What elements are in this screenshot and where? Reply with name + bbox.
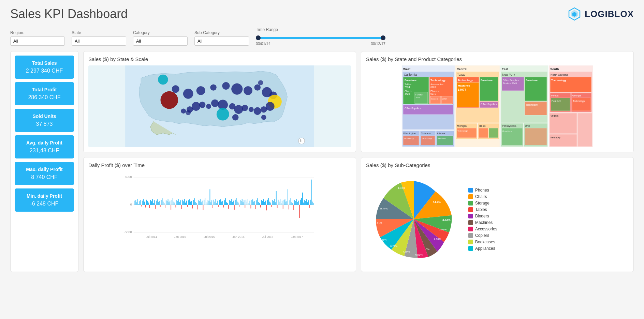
svg-point-17 <box>261 106 267 112</box>
svg-rect-216 <box>209 189 210 205</box>
time-range-slider[interactable] <box>256 37 385 39</box>
svg-rect-162 <box>157 199 158 205</box>
svg-text:Technology: Technology <box>458 79 473 82</box>
svg-text:Jan 2015: Jan 2015 <box>174 235 186 239</box>
svg-rect-207 <box>201 202 202 205</box>
svg-rect-200 <box>194 198 195 205</box>
state-input[interactable] <box>72 36 126 46</box>
kpi-card-4: Max. daily Profit 8 740 CHF <box>15 162 74 185</box>
logo-text: LOGIBLOX <box>585 9 634 19</box>
svg-rect-296 <box>288 189 288 205</box>
svg-rect-142 <box>137 199 138 205</box>
page-title: Sales KPI Dashboard <box>10 7 128 21</box>
pie-panel: Sales ($) by Sub-Categories <box>361 157 634 272</box>
map-container[interactable]: ℹ <box>88 65 351 147</box>
svg-rect-304 <box>295 201 296 205</box>
pie-legend: Phones Chairs Storage Tables Binders Mac… <box>468 188 497 251</box>
svg-text:8.85%: 8.85% <box>379 238 387 241</box>
svg-rect-164 <box>159 201 160 205</box>
subcategory-input[interactable] <box>194 36 249 46</box>
svg-rect-313 <box>304 200 305 205</box>
svg-text:Jul 2015: Jul 2015 <box>204 235 215 239</box>
region-label: Region: <box>10 30 65 35</box>
region-input[interactable] <box>10 36 65 46</box>
svg-text:Office Supplies: Office Supplies <box>481 103 497 106</box>
svg-rect-286 <box>278 200 278 205</box>
subcategory-filter-group: Sub-Category <box>194 30 249 46</box>
svg-point-12 <box>254 84 261 90</box>
svg-rect-231 <box>224 200 225 205</box>
profit-title: Daily Profit ($) over Time <box>88 162 351 168</box>
svg-rect-244 <box>237 202 237 205</box>
svg-rect-198 <box>192 205 193 208</box>
treemap-container[interactable]: West California Furniture Tables 7834 Ch… <box>366 65 629 147</box>
svg-rect-157 <box>152 199 153 205</box>
legend-item-8: Bookcases <box>468 240 497 244</box>
svg-rect-255 <box>248 199 248 205</box>
kpi-panel: Total Sales 2 297 340 CHFTotal Profit 28… <box>10 51 78 272</box>
svg-rect-219 <box>213 205 213 208</box>
svg-text:5%: 5% <box>426 248 429 251</box>
svg-rect-314 <box>305 201 306 205</box>
svg-rect-295 <box>287 201 287 205</box>
legend-color-0 <box>468 188 473 193</box>
svg-text:9.01%: 9.01% <box>375 222 382 225</box>
svg-rect-272 <box>264 202 265 205</box>
category-input[interactable] <box>133 36 188 46</box>
svg-text:Accessories: Accessories <box>430 83 443 86</box>
svg-text:Texas: Texas <box>457 73 465 76</box>
svg-text:West: West <box>403 67 410 71</box>
svg-rect-276 <box>268 198 269 205</box>
legend-item-7: Copiers <box>468 233 497 238</box>
kpi-title-3: Avg. daily Profit <box>18 140 71 146</box>
svg-rect-238 <box>231 199 232 205</box>
svg-rect-245 <box>238 202 238 205</box>
kpi-title-2: Sold Units <box>18 113 71 119</box>
svg-point-9 <box>222 82 230 90</box>
legend-color-3 <box>468 207 473 212</box>
svg-rect-283 <box>275 202 276 205</box>
state-filter-group: State <box>72 30 126 46</box>
svg-rect-206 <box>200 199 201 205</box>
svg-rect-322 <box>313 203 313 205</box>
svg-rect-223 <box>216 203 217 205</box>
kpi-value-1: 286 340 CHF <box>18 94 71 101</box>
svg-rect-293 <box>284 199 285 205</box>
svg-rect-269 <box>261 200 262 205</box>
svg-rect-301 <box>292 203 293 205</box>
svg-text:14.3%: 14.3% <box>398 186 405 189</box>
svg-point-6 <box>172 85 179 93</box>
category-filter-group: Category <box>133 30 188 46</box>
svg-rect-220 <box>214 200 214 205</box>
svg-rect-316 <box>307 202 308 205</box>
kpi-card-2: Sold Units 37 873 <box>15 109 74 132</box>
page-container: Sales KPI Dashboard LOGIBLOX Region: Sta… <box>0 0 644 279</box>
svg-rect-171 <box>166 200 166 205</box>
svg-rect-208 <box>202 201 203 205</box>
svg-rect-204 <box>198 200 199 205</box>
svg-text:4.68%: 4.68% <box>434 238 441 241</box>
svg-rect-263 <box>255 205 256 209</box>
svg-point-25 <box>206 104 211 109</box>
svg-rect-265 <box>257 198 258 205</box>
svg-point-33 <box>158 75 168 85</box>
svg-rect-217 <box>210 202 211 205</box>
svg-rect-202 <box>196 203 196 205</box>
svg-text:Florida: Florida <box>551 94 559 97</box>
svg-rect-165 <box>160 205 161 207</box>
svg-text:Virginia: Virginia <box>551 115 558 117</box>
svg-rect-94 <box>479 128 488 138</box>
svg-text:Furnitur.: Furnitur. <box>415 94 423 96</box>
svg-rect-57 <box>430 96 441 104</box>
profit-chart[interactable]: 5000 0 -5000 <box>88 171 351 240</box>
svg-rect-177 <box>172 200 172 205</box>
svg-rect-203 <box>197 205 197 209</box>
svg-rect-243 <box>236 198 237 205</box>
svg-rect-182 <box>176 200 177 205</box>
svg-rect-227 <box>220 199 221 205</box>
subcategory-label: Sub-Category <box>194 30 249 35</box>
svg-rect-179 <box>174 202 174 205</box>
svg-text:Georgia: Georgia <box>572 94 581 97</box>
pie-chart-wrap[interactable]: 14.4% 3.42% 3.99% 4.68% 5% 6.51% 7.29% 8… <box>366 171 462 267</box>
svg-rect-170 <box>165 205 165 208</box>
